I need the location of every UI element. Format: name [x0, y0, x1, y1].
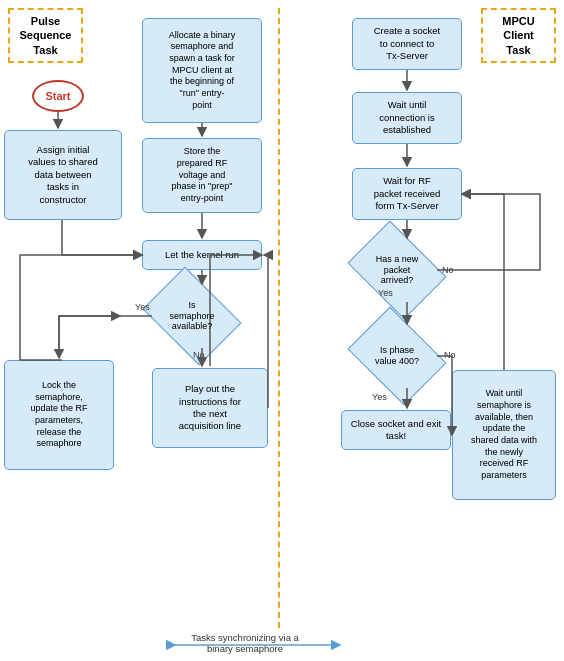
- mpcu-client-header: MPCU Client Task: [481, 8, 556, 63]
- sync-text: Tasks synchronizing via a binary semapho…: [191, 632, 299, 654]
- is-semaphore-diamond: Is semaphore available?: [152, 286, 232, 346]
- assign-initial-box: Assign initial values to shared data bet…: [4, 130, 122, 220]
- start-label: Start: [45, 90, 70, 102]
- wait-rf-box: Wait for RF packet received form Tx-Serv…: [352, 168, 462, 220]
- no-text-1: No: [193, 350, 205, 360]
- allocate-binary-label: Allocate a binary semaphore and spawn a …: [169, 30, 236, 112]
- has-new-packet-label: Has a new packet arrived?: [374, 252, 421, 288]
- no-text-2: No: [442, 265, 454, 275]
- sync-label: Tasks synchronizing via a binary semapho…: [130, 632, 360, 654]
- allocate-binary-box: Allocate a binary semaphore and spawn a …: [142, 18, 262, 123]
- wait-rf-label: Wait for RF packet received form Tx-Serv…: [374, 175, 441, 212]
- store-rf-box: Store the prepared RF voltage and phase …: [142, 138, 262, 213]
- wait-semaphore-label: Wait until semaphore is available, then …: [471, 388, 537, 482]
- yes-label-phase: Yes: [372, 392, 387, 402]
- arrows-svg: [0, 0, 564, 661]
- pulse-sequence-header: Pulse Sequence Task: [8, 8, 83, 63]
- wait-connection-label: Wait until connection is established: [379, 99, 434, 136]
- close-socket-box: Close socket and exit task!: [341, 410, 451, 450]
- is-phase-400-label: Is phase value 400?: [373, 343, 421, 369]
- has-new-packet-diamond: Has a new packet arrived?: [357, 240, 437, 300]
- start-oval: Start: [32, 80, 84, 112]
- yes-label-semaphore: Yes: [135, 302, 150, 312]
- play-instructions-box: Play out the instructions for the next a…: [152, 368, 268, 448]
- yes-text-3: Yes: [378, 288, 393, 298]
- wait-connection-box: Wait until connection is established: [352, 92, 462, 144]
- lock-semaphore-box: Lock the semaphore, update the RF parame…: [4, 360, 114, 470]
- yes-text-1: Yes: [135, 302, 150, 312]
- task-separator: [278, 8, 280, 628]
- lock-semaphore-label: Lock the semaphore, update the RF parame…: [30, 380, 87, 450]
- is-phase-400-diamond: Is phase value 400?: [357, 326, 437, 386]
- let-kernel-label: Let the kernel run: [165, 249, 239, 261]
- assign-initial-label: Assign initial values to shared data bet…: [28, 144, 98, 206]
- close-socket-label: Close socket and exit task!: [342, 418, 450, 443]
- create-socket-box: Create a socket to connect to Tx-Server: [352, 18, 462, 70]
- no-text-3: No: [444, 350, 456, 360]
- no-label-packet: No: [442, 265, 454, 275]
- no-label-phase: No: [444, 350, 456, 360]
- play-instructions-label: Play out the instructions for the next a…: [179, 383, 241, 432]
- no-label-semaphore: No: [193, 350, 205, 360]
- wait-semaphore-box: Wait until semaphore is available, then …: [452, 370, 556, 500]
- mpcu-header-text: MPCU Client Task: [502, 15, 534, 56]
- is-semaphore-label: Is semaphore available?: [167, 298, 216, 334]
- yes-label-phase-packet: Yes: [378, 288, 393, 298]
- diagram-container: Pulse Sequence Task MPCU Client Task Sta…: [0, 0, 564, 661]
- store-rf-label: Store the prepared RF voltage and phase …: [172, 146, 233, 204]
- pulse-header-text: Pulse Sequence Task: [20, 15, 72, 56]
- let-kernel-box: Let the kernel run: [142, 240, 262, 270]
- create-socket-label: Create a socket to connect to Tx-Server: [374, 25, 441, 62]
- yes-text-2: Yes: [372, 392, 387, 402]
